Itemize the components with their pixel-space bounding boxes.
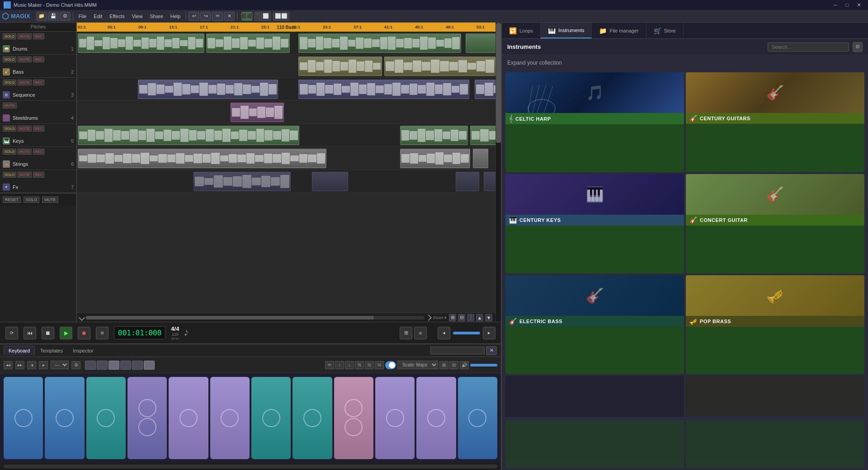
- kb-settings-btn[interactable]: ⚙: [71, 361, 80, 369]
- clip-keys-2[interactable]: [400, 126, 468, 145]
- kb-prev-prev-btn[interactable]: ◂◂: [4, 361, 13, 369]
- track5-mute-btn[interactable]: MUTE: [18, 126, 32, 132]
- kb-toggle[interactable]: [385, 361, 396, 369]
- vol-left-btn[interactable]: ◂: [438, 327, 450, 339]
- tab-keyboard[interactable]: Keyboard: [4, 346, 35, 355]
- scroll-right-btn[interactable]: [425, 314, 432, 320]
- piano-scrollbar[interactable]: [4, 465, 497, 468]
- clip-bass-1[interactable]: [298, 56, 382, 76]
- track2-rec-btn[interactable]: REC: [33, 56, 44, 62]
- scroll-left-btn[interactable]: [79, 314, 85, 320]
- clip-keys-3[interactable]: [470, 126, 495, 145]
- track3-solo-btn[interactable]: SOLO: [3, 80, 16, 85]
- tab-inspector[interactable]: Inspector: [68, 346, 98, 355]
- clip-fx-2[interactable]: [312, 172, 348, 191]
- mute-btn[interactable]: MUTE: [42, 197, 58, 203]
- open-btn[interactable]: 📁: [36, 12, 47, 21]
- kb-view-btn1[interactable]: ⊞: [439, 361, 448, 369]
- clip-fx-4[interactable]: [484, 172, 495, 191]
- settings-small-btn[interactable]: ⚙: [60, 12, 71, 21]
- track1-mute-btn[interactable]: MUTE: [18, 33, 32, 39]
- clip-fx-3[interactable]: [456, 172, 479, 191]
- tab-filemanager[interactable]: 📁 File manager: [592, 23, 646, 38]
- clip-strings-resize[interactable]: [473, 149, 488, 168]
- kb-view-btn2[interactable]: ⊟: [449, 361, 458, 369]
- vertical-scrollbar[interactable]: [495, 23, 501, 322]
- piano-pad-12[interactable]: [458, 377, 497, 459]
- tab-store[interactable]: 🛒 Store: [646, 23, 684, 38]
- instrument-card-7[interactable]: [505, 376, 684, 468]
- sync-btn[interactable]: ⟳: [5, 327, 18, 339]
- timeline-scrollbar[interactable]: [86, 316, 425, 320]
- clip-drums-3[interactable]: [298, 33, 461, 53]
- kb-prev-btn[interactable]: ◂: [27, 361, 36, 369]
- kb-arrow-btn[interactable]: ↑: [335, 361, 344, 369]
- delete-btn[interactable]: ✕: [224, 12, 235, 21]
- kb-frac-btn[interactable]: ¾: [355, 361, 364, 369]
- piano-pad-4[interactable]: [127, 377, 167, 459]
- rewind-btn[interactable]: ⏮: [24, 327, 36, 339]
- track6-mute-btn[interactable]: MUTE: [18, 149, 32, 155]
- expand-btn[interactable]: ⊞: [449, 314, 456, 321]
- clip-seq-1[interactable]: [138, 80, 278, 99]
- track1-rec-btn[interactable]: REC: [33, 33, 44, 39]
- instrument-card-8[interactable]: [686, 376, 864, 468]
- piano-pad-5[interactable]: [169, 377, 208, 459]
- kb-next-btn[interactable]: ▸: [39, 361, 48, 369]
- close-btn[interactable]: ✕: [854, 0, 864, 10]
- track7-solo-btn[interactable]: SOLO: [3, 172, 16, 178]
- up-btn[interactable]: ▲: [476, 314, 483, 321]
- track2-solo-btn[interactable]: SOLO: [3, 56, 16, 62]
- kb-speaker-btn[interactable]: 🔊: [460, 361, 469, 369]
- piano-pad-9[interactable]: [334, 377, 373, 459]
- list-view-btn[interactable]: ≡: [414, 327, 427, 339]
- track5-solo-btn[interactable]: SOLO: [3, 126, 16, 132]
- menu-file[interactable]: File: [75, 12, 90, 21]
- maximize-btn[interactable]: □: [842, 0, 853, 10]
- menu-share[interactable]: Share: [146, 12, 166, 21]
- track3-rec-btn[interactable]: REC: [33, 80, 44, 85]
- piano-pad-3[interactable]: [86, 377, 126, 459]
- clip-steel-1[interactable]: [231, 103, 284, 122]
- menu-edit[interactable]: Edit: [90, 12, 106, 21]
- keyboard-close-btn[interactable]: ✕: [486, 346, 497, 355]
- undo-btn[interactable]: ↩: [189, 12, 199, 21]
- piano-pad-1[interactable]: [4, 377, 43, 459]
- tab-instruments[interactable]: 🎹 Instruments: [541, 23, 592, 38]
- clip-fx-1[interactable]: [193, 172, 291, 191]
- track4-mute-btn[interactable]: MUTE: [3, 103, 17, 108]
- clip-strings-1[interactable]: [78, 149, 326, 168]
- track6-rec-btn[interactable]: REC: [33, 149, 44, 155]
- instrument-card-celtic-harp[interactable]: 🎵 𝄞 CELTIC HARP: [505, 72, 684, 172]
- ruler[interactable]: 110 Bars 01:1 05:1 09:1 13:1 17:1 21:1 2…: [77, 23, 495, 32]
- vol-right-btn[interactable]: ▸: [483, 327, 495, 339]
- menu-help[interactable]: Help: [167, 12, 184, 21]
- track5-rec-btn[interactable]: REC: [33, 126, 44, 132]
- kb-arrow2-btn[interactable]: ↓: [345, 361, 354, 369]
- keyboard-search-input[interactable]: [430, 347, 485, 354]
- clip-seq-3[interactable]: [475, 80, 495, 99]
- piano-pad-2[interactable]: [45, 377, 84, 459]
- record-btn[interactable]: ⏺: [78, 327, 90, 339]
- instrument-card-concert-guitar[interactable]: 🎸 🎸 CONCERT GUITAR: [686, 174, 864, 273]
- save-btn[interactable]: 💾: [48, 12, 59, 21]
- down-btn[interactable]: ▼: [485, 314, 492, 321]
- track2-mute-btn[interactable]: MUTE: [18, 56, 32, 62]
- piano-pad-6[interactable]: [210, 377, 250, 459]
- play-btn[interactable]: ▶: [60, 327, 72, 339]
- instrument-card-pop-brass[interactable]: 🎺 🎺 POP BRASS: [686, 275, 864, 375]
- solo-btn[interactable]: SOLO: [24, 197, 39, 203]
- clip-seq-2[interactable]: [298, 80, 469, 99]
- clip-drums-resize[interactable]: [466, 33, 495, 53]
- piano-pad-7[interactable]: [251, 377, 291, 459]
- piano-pad-8[interactable]: [292, 377, 332, 459]
- piano-pad-11[interactable]: [416, 377, 456, 459]
- redo-btn[interactable]: ↪: [200, 12, 211, 21]
- clip-bass-2[interactable]: [384, 56, 495, 76]
- stop-btn[interactable]: ⏹: [42, 327, 54, 339]
- track7-rec-btn[interactable]: REC: [33, 172, 44, 178]
- track1-solo-btn[interactable]: SOLO: [3, 33, 16, 39]
- kb-pencil-btn[interactable]: ✏: [325, 361, 334, 369]
- view-compact-btn[interactable]: ⬜⬜: [273, 12, 289, 21]
- volume-slider[interactable]: [453, 332, 480, 334]
